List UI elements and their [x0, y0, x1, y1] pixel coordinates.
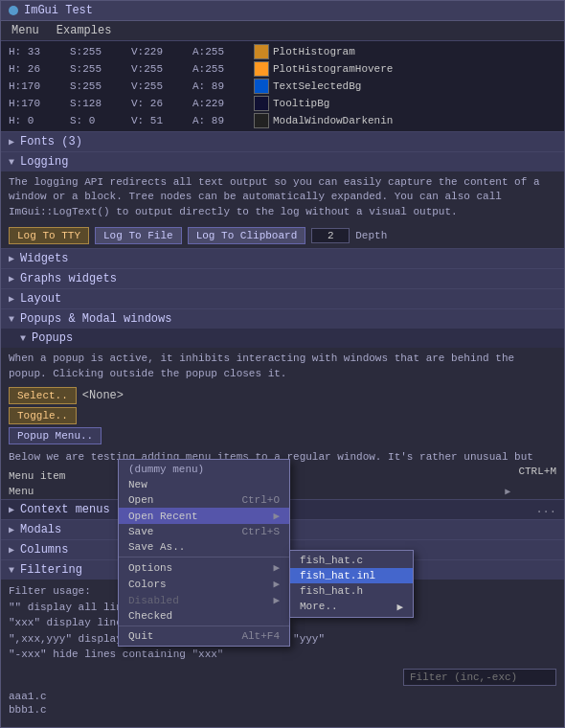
submenu-item-2[interactable]: fish_hat.h — [290, 583, 413, 599]
color-a: A:255 — [192, 46, 250, 57]
color-a: A:229 — [192, 98, 250, 109]
none-label: <None> — [82, 389, 124, 402]
layout-section-header[interactable]: ▶ Layout — [1, 288, 564, 308]
toggle-button[interactable]: Toggle.. — [9, 407, 77, 424]
color-a: A: 89 — [192, 115, 250, 126]
expand-icon: ▼ — [9, 565, 14, 576]
expand-icon: ▼ — [20, 333, 26, 344]
graphs-label: Graphs widgets — [20, 272, 117, 285]
ctx-options-arrow: ▶ — [273, 561, 280, 574]
ctx-item-quit[interactable]: Quit Alt+F4 — [119, 628, 289, 644]
menu-item-label-1: Menu — [9, 486, 85, 497]
submenu-more-label: More.. — [300, 601, 338, 613]
color-s: S: 0 — [70, 115, 127, 126]
submenu-item-1[interactable]: fish_hat.inl — [290, 568, 413, 583]
table-row: H: 0 S: 0 V: 51 A: 89 ModalWindowDarkeni… — [9, 112, 556, 129]
popups-sub-header[interactable]: ▼ Popups — [1, 329, 564, 348]
popup-menu-button[interactable]: Popup Menu.. — [9, 427, 102, 444]
submenu-item-3[interactable]: More.. ▶ — [290, 599, 413, 615]
color-label: TextSelectedBg — [273, 80, 361, 92]
logging-section-header[interactable]: ▼ Logging — [1, 151, 564, 171]
color-s: S:255 — [70, 46, 127, 57]
collapse-icon: ▶ — [9, 136, 14, 148]
color-h: H:170 — [9, 80, 66, 92]
ctx-item-disabled: Disabled ▶ — [119, 592, 289, 608]
ctx-item-new[interactable]: New — [119, 477, 289, 492]
arrow-right-icon: ▶ — [9, 504, 14, 515]
ctx-separator-2 — [119, 626, 289, 626]
dots-icon: ... — [535, 503, 556, 516]
ctx-item-options[interactable]: Options ▶ — [119, 559, 289, 576]
file-list: aaa1.c bbb1.c — [1, 688, 564, 718]
file-item-0[interactable]: aaa1.c — [9, 690, 556, 703]
logging-section-label: Logging — [20, 155, 68, 169]
ctx-item-colors[interactable]: Colors ▶ — [119, 576, 289, 592]
ctx-item-new-label: New — [128, 479, 147, 490]
file-item-1[interactable]: bbb1.c — [9, 703, 556, 717]
menu-bar: Menu Examples — [1, 21, 564, 41]
popups-description: When a popup is active, it inhibits inte… — [1, 348, 564, 385]
menu-menu[interactable]: Menu — [9, 23, 42, 38]
log-file-button[interactable]: Log To File — [95, 227, 182, 244]
ctx-quit-shortcut: Alt+F4 — [241, 630, 280, 642]
filter-line-4: "-xxx" hide lines containing "xxx" — [9, 647, 556, 663]
menu-examples[interactable]: Examples — [54, 23, 115, 38]
ctx-colors-arrow: ▶ — [273, 578, 280, 590]
widgets-section-header[interactable]: ▶ Widgets — [1, 248, 564, 268]
ctx-item-quit-label: Quit — [128, 630, 153, 642]
color-label: TooltipBg — [273, 98, 329, 109]
color-s: S:255 — [70, 63, 127, 75]
ctx-item-open-recent[interactable]: Open Recent ▶ fish_hat.c fish_hat.inl fi… — [119, 508, 289, 524]
collapse-icon: ▶ — [9, 293, 14, 305]
fonts-section-label: Fonts (3) — [20, 135, 82, 148]
ctx-item-save[interactable]: Save Ctrl+S — [119, 524, 289, 539]
submenu-item-0[interactable]: fish_hat.c — [290, 553, 413, 568]
window-title: ImGui Test — [24, 4, 93, 17]
shortcut-label: CTRL+M — [518, 465, 556, 479]
popups-text: When a popup is active, it inhibits inte… — [9, 353, 514, 378]
log-tty-button[interactable]: Log To TTY — [9, 227, 89, 244]
log-clipboard-button[interactable]: Log To Clipboard — [188, 227, 306, 244]
ctx-item-disabled-label: Disabled — [128, 595, 179, 606]
ctx-item-saveas[interactable]: Save As.. — [119, 539, 289, 555]
color-h: H:170 — [9, 98, 66, 109]
color-swatch — [254, 113, 269, 128]
popups-section-header[interactable]: ▼ Popups & Modal windows — [1, 308, 564, 329]
color-v: V:255 — [131, 80, 189, 92]
layout-label: Layout — [20, 292, 61, 306]
fonts-section-header[interactable]: ▶ Fonts (3) — [1, 131, 564, 151]
table-row: H:170 S:128 V: 26 A:229 TooltipBg — [9, 95, 556, 112]
toggle-row: Toggle.. — [9, 407, 556, 424]
select-row: Select.. <None> — [9, 387, 556, 404]
context-menu-header: (dummy menu) — [119, 462, 289, 477]
submenu: fish_hat.c fish_hat.inl fish_hat.h More.… — [289, 550, 414, 618]
ctx-item-checked[interactable]: Checked — [119, 608, 289, 624]
ctx-item-open[interactable]: Open Ctrl+O — [119, 492, 289, 508]
color-v: V: 26 — [131, 98, 189, 109]
color-swatch — [254, 96, 269, 111]
logging-description: The logging API redirects all text outpu… — [1, 171, 564, 223]
expand-icon: ▼ — [9, 314, 14, 325]
filter-input[interactable] — [403, 669, 556, 686]
columns-label: Columns — [20, 543, 68, 557]
color-swatch — [254, 44, 269, 59]
depth-input[interactable] — [311, 228, 350, 243]
ctx-item-colors-label: Colors — [128, 579, 167, 590]
ctx-item-save-label: Save — [128, 526, 153, 537]
select-button[interactable]: Select.. — [9, 387, 77, 404]
color-a: A: 89 — [192, 80, 250, 92]
color-v: V:255 — [131, 63, 189, 75]
ctx-item-options-label: Options — [128, 562, 172, 574]
ctx-item-open-label: Open — [128, 494, 153, 506]
context-menus-label: Context menus — [20, 503, 110, 516]
table-row: H: 26 S:255 V:255 A:255 PlotHistogramHov… — [9, 60, 556, 78]
logging-text: The logging API redirects all text outpu… — [9, 176, 540, 217]
expand-icon: ▼ — [9, 157, 14, 168]
arrow-right-icon: ▶ — [505, 486, 510, 497]
color-label: ModalWindowDarkenin — [273, 115, 393, 126]
graphs-section-header[interactable]: ▶ Graphs widgets — [1, 268, 564, 288]
depth-label: Depth — [355, 230, 387, 241]
filter-input-row — [1, 667, 564, 688]
modals-label: Modals — [20, 523, 61, 536]
color-label: PlotHistogramHovere — [273, 63, 393, 75]
